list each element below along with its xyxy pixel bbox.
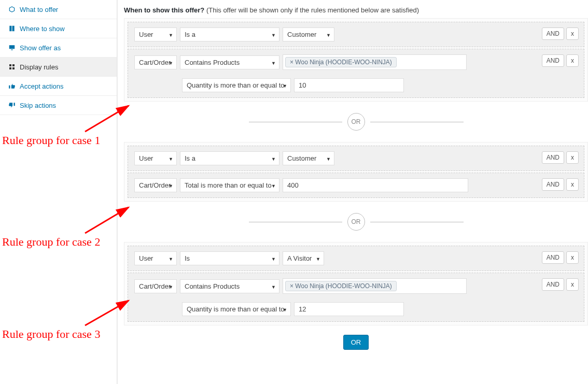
- rule-condition-select[interactable]: Is a: [180, 151, 279, 165]
- rule-quantity-condition-select[interactable]: Quantity is more than or equal to: [182, 78, 291, 92]
- heading-sub: (This offer will be shown only if the ru…: [206, 6, 419, 14]
- rule-condition-select[interactable]: Is: [180, 251, 279, 265]
- rule-condition-select[interactable]: Contains Products: [180, 279, 279, 293]
- and-button[interactable]: AND: [542, 151, 564, 164]
- rule-condition-select[interactable]: Total is more than or equal to: [180, 178, 279, 192]
- thumbs-down-icon: [7, 102, 17, 109]
- and-button[interactable]: AND: [542, 27, 564, 40]
- sidebar-item-skip-actions[interactable]: Skip actions: [0, 96, 117, 115]
- sidebar-item-label: What to offer: [20, 6, 58, 13]
- rule-subject-select[interactable]: User: [134, 27, 177, 41]
- cube-icon: [7, 6, 17, 13]
- sidebar-item-display-rules[interactable]: Display rules: [0, 58, 117, 77]
- or-circle: OR: [347, 213, 365, 231]
- svg-rect-2: [9, 67, 11, 69]
- thumbs-up-icon: [7, 82, 17, 90]
- sidebar-item-label: Display rules: [20, 63, 58, 71]
- svg-rect-0: [9, 64, 11, 66]
- svg-rect-1: [12, 64, 15, 66]
- remove-rule-button[interactable]: x: [566, 251, 579, 264]
- rule-sub-row: Quantity is more than or equal to▼: [134, 78, 578, 92]
- rule-row: Cart/Order▼Contains Products▼× Woo Ninja…: [128, 49, 584, 98]
- sidebar-item-label: Skip actions: [20, 102, 56, 109]
- rule-quantity-condition-select[interactable]: Quantity is more than or equal to: [182, 302, 291, 316]
- rule-condition-select[interactable]: Contains Products: [180, 55, 279, 69]
- remove-rule-button[interactable]: x: [566, 27, 579, 40]
- rule-quantity-input[interactable]: [294, 302, 404, 316]
- sidebar-item-where-to-show[interactable]: Where to show: [0, 19, 117, 38]
- remove-rule-button[interactable]: x: [566, 54, 579, 67]
- sidebar-item-label: Show offer as: [20, 44, 61, 52]
- rule-quantity-input[interactable]: [294, 78, 404, 92]
- add-or-group-button[interactable]: OR: [343, 335, 369, 350]
- rule-row: User▼Is▼A Visitor▼ANDx: [128, 246, 584, 271]
- rule-group: User▼Is a▼Customer▼ANDxCart/Order▼Contai…: [124, 18, 588, 102]
- main-panel: When to show this offer? (This offer wil…: [117, 0, 588, 384]
- rule-value-select[interactable]: A Visitor: [283, 251, 324, 265]
- product-chip[interactable]: × Woo Ninja (HOODIE-WOO-NINJA): [285, 57, 397, 67]
- rule-group: User▼Is▼A Visitor▼ANDxCart/Order▼Contain…: [124, 242, 588, 325]
- rule-groups-container: User▼Is a▼Customer▼ANDxCart/Order▼Contai…: [124, 18, 588, 384]
- and-button[interactable]: AND: [542, 278, 564, 291]
- rule-subject-select[interactable]: User: [134, 151, 177, 165]
- heading-bold: When to show this offer?: [124, 6, 204, 14]
- rule-group: User▼Is a▼Customer▼ANDxCart/Order▼Total …: [124, 142, 588, 202]
- or-divider: OR: [124, 213, 588, 231]
- and-button[interactable]: AND: [542, 178, 564, 191]
- rule-row: User▼Is a▼Customer▼ANDx: [128, 22, 584, 47]
- rule-value-select[interactable]: Customer: [283, 151, 334, 165]
- sidebar: What to offerWhere to showShow offer asD…: [0, 0, 117, 384]
- remove-rule-button[interactable]: x: [566, 151, 579, 164]
- rule-subject-select[interactable]: Cart/Order: [134, 55, 177, 69]
- or-divider: OR: [124, 113, 588, 131]
- and-button[interactable]: AND: [542, 54, 564, 67]
- book-icon: [7, 25, 17, 32]
- rule-row: User▼Is a▼Customer▼ANDx: [128, 146, 584, 171]
- product-chip-box[interactable]: × Woo Ninja (HOODIE-WOO-NINJA): [283, 54, 467, 70]
- remove-rule-button[interactable]: x: [566, 278, 579, 291]
- rule-subject-select[interactable]: User: [134, 251, 177, 265]
- rule-sub-row: Quantity is more than or equal to▼: [134, 302, 578, 316]
- or-circle: OR: [347, 113, 365, 131]
- sidebar-item-accept-actions[interactable]: Accept actions: [0, 77, 117, 96]
- panel-heading: When to show this offer? (This offer wil…: [124, 6, 588, 14]
- sidebar-item-what-to-offer[interactable]: What to offer: [0, 0, 117, 19]
- grid-icon: [7, 64, 17, 70]
- sidebar-item-show-offer-as[interactable]: Show offer as: [0, 38, 117, 58]
- remove-rule-button[interactable]: x: [566, 178, 579, 191]
- rule-condition-select[interactable]: Is a: [180, 27, 279, 41]
- product-chip[interactable]: × Woo Ninja (HOODIE-WOO-NINJA): [285, 281, 397, 291]
- rule-subject-select[interactable]: Cart/Order: [134, 178, 177, 192]
- rule-row: Cart/Order▼Total is more than or equal t…: [128, 173, 584, 198]
- rule-value-input[interactable]: [283, 178, 468, 192]
- sidebar-item-label: Accept actions: [20, 82, 64, 90]
- rule-value-select[interactable]: Customer: [283, 27, 334, 41]
- product-chip-box[interactable]: × Woo Ninja (HOODIE-WOO-NINJA): [283, 278, 467, 294]
- desktop-icon: [7, 44, 17, 51]
- and-button[interactable]: AND: [542, 251, 564, 264]
- rule-row: Cart/Order▼Contains Products▼× Woo Ninja…: [128, 273, 584, 322]
- rule-subject-select[interactable]: Cart/Order: [134, 279, 177, 293]
- sidebar-item-label: Where to show: [20, 25, 65, 33]
- svg-rect-3: [12, 67, 15, 69]
